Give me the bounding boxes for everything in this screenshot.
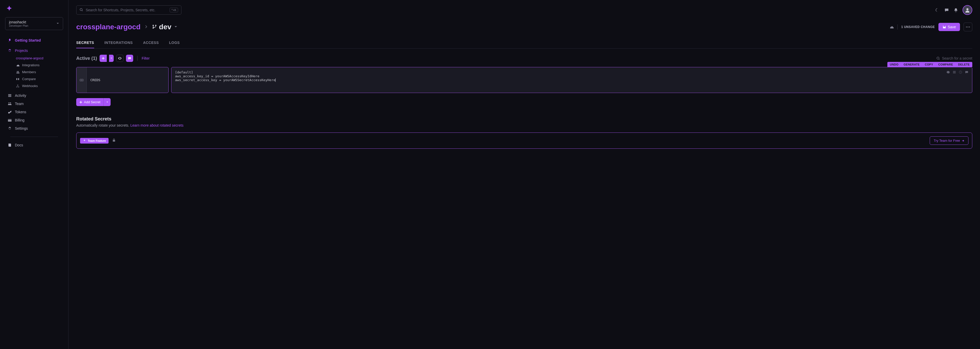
comment-icon bbox=[128, 56, 131, 60]
tab-secrets[interactable]: SECRETS bbox=[76, 38, 94, 48]
webhook-icon bbox=[16, 84, 19, 88]
secret-toolbar: UNDO GENERATE COPY COMPARE DELETE bbox=[887, 62, 972, 67]
nav-label: Team bbox=[15, 102, 24, 106]
add-secret-button[interactable]: Add Secret bbox=[76, 98, 103, 106]
add-button[interactable] bbox=[100, 55, 107, 62]
project-title[interactable]: crossplane-argocd bbox=[76, 23, 141, 31]
nav-settings[interactable]: Settings bbox=[5, 124, 63, 132]
filter-link[interactable]: Filter bbox=[142, 56, 150, 61]
bell-icon[interactable] bbox=[953, 8, 958, 13]
nav-projects[interactable]: Projects bbox=[5, 46, 63, 55]
search-placeholder: Search for Shortcuts, Projects, Secrets,… bbox=[86, 8, 167, 12]
more-button[interactable] bbox=[964, 22, 972, 31]
nav-tokens[interactable]: Tokens bbox=[5, 108, 63, 116]
add-secret-dropdown[interactable] bbox=[103, 98, 111, 106]
nav-label: Getting Started bbox=[15, 38, 41, 42]
cloud-icon bbox=[16, 64, 19, 67]
team-feature-banner: Team Feature Try Team for Free bbox=[76, 132, 972, 149]
history-icon[interactable] bbox=[959, 70, 962, 75]
svg-point-29 bbox=[81, 80, 82, 80]
svg-point-24 bbox=[129, 58, 130, 58]
nav-project-integrations[interactable]: Integrations bbox=[5, 62, 63, 69]
book-icon bbox=[8, 143, 12, 147]
search-input[interactable]: Search for Shortcuts, Projects, Secrets,… bbox=[76, 5, 181, 14]
chat-icon[interactable] bbox=[944, 8, 949, 13]
divider bbox=[10, 137, 58, 137]
compare-action[interactable]: COMPARE bbox=[938, 63, 953, 66]
unsaved-changes: 1 UNSAVED CHANGE bbox=[901, 25, 935, 29]
generate-action[interactable]: GENERATE bbox=[904, 63, 920, 66]
svg-point-25 bbox=[130, 58, 130, 58]
chevron-down-icon[interactable] bbox=[174, 25, 178, 29]
tab-logs[interactable]: LOGS bbox=[169, 38, 180, 48]
theme-toggle[interactable] bbox=[935, 8, 940, 13]
save-button[interactable]: Save bbox=[939, 23, 960, 31]
tab-integrations[interactable]: INTEGRATIONS bbox=[105, 38, 133, 48]
workspace-selector[interactable]: jonashackt Developer Plan bbox=[5, 17, 63, 30]
nav-project-members[interactable]: Members bbox=[5, 69, 63, 75]
list-icon[interactable] bbox=[953, 70, 956, 75]
nav-docs[interactable]: Docs bbox=[5, 141, 63, 149]
secret-search-placeholder: Search for a secret bbox=[942, 56, 972, 61]
chevron-right-icon bbox=[144, 25, 148, 30]
save-icon bbox=[943, 25, 946, 29]
nav-label: Billing bbox=[15, 118, 24, 122]
svg-point-0 bbox=[17, 71, 18, 72]
eye-icon bbox=[118, 56, 122, 61]
svg-point-28 bbox=[81, 80, 81, 80]
key-icon bbox=[8, 110, 12, 114]
user-avatar[interactable] bbox=[963, 5, 972, 15]
svg-rect-14 bbox=[8, 120, 11, 120]
try-team-button[interactable]: Try Team for Free bbox=[930, 136, 969, 145]
drag-handle[interactable] bbox=[76, 67, 87, 93]
tab-access[interactable]: ACCESS bbox=[143, 38, 159, 48]
copy-action[interactable]: COPY bbox=[925, 63, 933, 66]
comment-button[interactable] bbox=[126, 55, 133, 62]
nav-activity[interactable]: Activity bbox=[5, 91, 63, 100]
rotated-secrets-link[interactable]: Learn more about rotated secrets bbox=[130, 123, 183, 127]
compare-icon bbox=[16, 77, 19, 81]
secret-value-field[interactable]: [default] aws_access_key_id = yourAWSAcc… bbox=[171, 67, 972, 93]
workspace-plan: Developer Plan bbox=[9, 24, 59, 27]
nav-label: Activity bbox=[15, 94, 26, 97]
active-count: Active (1) bbox=[76, 56, 97, 61]
svg-point-16 bbox=[966, 8, 969, 10]
app-logo[interactable] bbox=[6, 5, 12, 11]
svg-rect-33 bbox=[953, 73, 956, 73]
visibility-toggle[interactable] bbox=[116, 55, 123, 62]
search-icon bbox=[936, 56, 940, 60]
svg-rect-3 bbox=[18, 78, 19, 80]
nav-label: Webhooks bbox=[22, 84, 38, 88]
users-icon bbox=[16, 70, 19, 74]
svg-rect-2 bbox=[16, 78, 18, 80]
svg-point-17 bbox=[153, 25, 154, 26]
nav-project-webhooks[interactable]: Webhooks bbox=[5, 83, 63, 89]
svg-point-15 bbox=[80, 8, 83, 11]
rotated-secrets-desc: Automatically rotate your secrets. Learn… bbox=[76, 123, 972, 127]
delete-action[interactable]: DELETE bbox=[958, 63, 970, 66]
svg-point-12 bbox=[8, 112, 10, 113]
sync-icon[interactable] bbox=[889, 25, 894, 29]
nav-getting-started[interactable]: Getting Started bbox=[5, 36, 63, 45]
svg-rect-35 bbox=[113, 140, 115, 142]
nav-label: Docs bbox=[15, 143, 23, 147]
nav-project-compare[interactable]: Compare bbox=[5, 75, 63, 83]
add-dropdown[interactable] bbox=[109, 55, 114, 62]
svg-point-10 bbox=[8, 102, 10, 104]
comment-icon[interactable] bbox=[965, 70, 969, 75]
plus-icon bbox=[102, 57, 105, 60]
divider bbox=[137, 56, 138, 61]
nav-billing[interactable]: Billing bbox=[5, 116, 63, 124]
secret-key-field[interactable]: CREDS bbox=[76, 67, 169, 93]
svg-rect-13 bbox=[8, 119, 11, 121]
secret-search[interactable]: Search for a secret bbox=[936, 56, 972, 61]
svg-point-11 bbox=[10, 102, 11, 104]
undo-action[interactable]: UNDO bbox=[890, 63, 899, 66]
eye-off-icon[interactable] bbox=[947, 70, 950, 75]
branch-name[interactable]: dev bbox=[159, 23, 172, 31]
svg-rect-32 bbox=[953, 72, 956, 72]
nav-team[interactable]: Team bbox=[5, 100, 63, 108]
nav-label: Compare bbox=[22, 77, 36, 81]
branch-icon bbox=[152, 24, 157, 30]
nav-project-crossplane[interactable]: crossplane-argocd bbox=[5, 55, 63, 62]
